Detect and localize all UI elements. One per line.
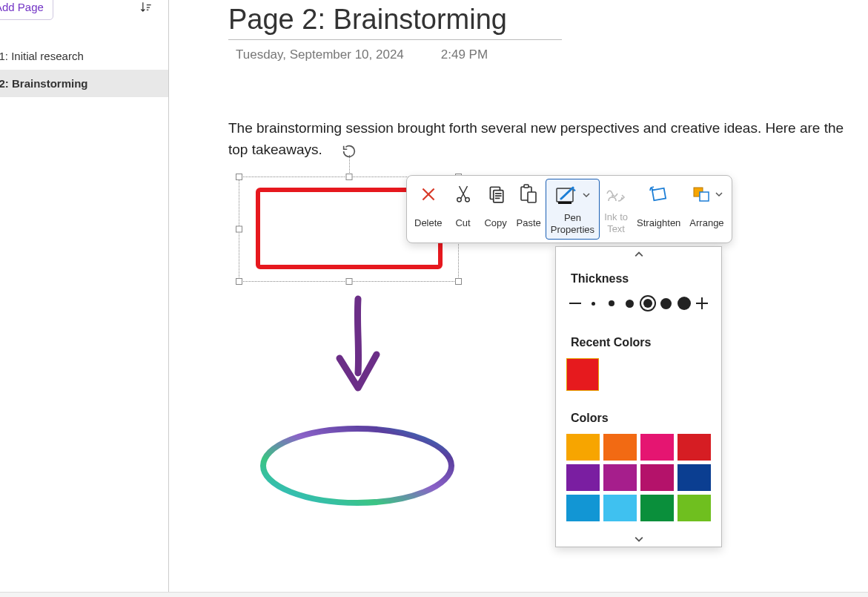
pen-properties-icon [555, 184, 590, 206]
straighten-icon [648, 183, 670, 205]
color-swatch-11[interactable] [677, 495, 711, 521]
color-swatch-3[interactable] [677, 434, 711, 461]
thickness-option-4-selected[interactable] [639, 294, 657, 312]
panel-collapse-top-button[interactable] [556, 247, 721, 262]
sidebar-item-label: e 1: Initial research [0, 50, 84, 62]
thickness-option-3[interactable] [620, 294, 638, 312]
svg-point-0 [263, 429, 451, 503]
color-swatch-6[interactable] [640, 464, 674, 491]
svg-point-1 [457, 198, 461, 202]
cut-icon [455, 183, 471, 205]
svg-rect-9 [558, 202, 572, 204]
panel-expand-bottom-button[interactable] [556, 532, 721, 547]
page-time[interactable]: 2:49 PM [441, 47, 488, 62]
paste-label: Paste [517, 211, 541, 235]
color-swatch-0[interactable] [566, 434, 600, 461]
arrange-icon [691, 183, 723, 205]
cut-label: Cut [455, 211, 470, 235]
delete-icon [419, 183, 438, 205]
svg-rect-12 [700, 192, 709, 201]
delete-button[interactable]: Delete [410, 179, 447, 240]
thickness-section-title: Thickness [556, 262, 721, 294]
status-bar [0, 592, 868, 597]
chevron-down-icon [583, 191, 590, 199]
recent-color-swatch-0[interactable] [566, 358, 599, 391]
delete-label: Delete [414, 211, 443, 235]
add-page-button[interactable]: Add Page [0, 0, 53, 20]
ink-to-text-icon [605, 183, 627, 205]
note-body-text[interactable]: The brainstorming session brought forth … [228, 118, 866, 160]
page-title[interactable]: Page 2: Brainstorming [228, 4, 562, 40]
thickness-increase-button[interactable] [693, 294, 711, 312]
ink-arrow-shape[interactable] [328, 295, 388, 402]
color-swatch-10[interactable] [640, 495, 674, 521]
page-list: e 1: Initial research e 2: Brainstorming [0, 42, 168, 97]
recent-colors-section-title: Recent Colors [556, 326, 721, 358]
straighten-label: Straighten [637, 211, 680, 235]
color-swatch-7[interactable] [677, 464, 711, 491]
color-swatch-5[interactable] [603, 464, 637, 491]
thickness-row [556, 294, 721, 326]
copy-button[interactable]: Copy [480, 179, 512, 240]
color-swatch-8[interactable] [566, 495, 600, 521]
ink-to-text-label: Ink to Text [604, 211, 628, 235]
add-page-label: Add Page [0, 1, 44, 13]
color-swatch-2[interactable] [640, 434, 674, 461]
thickness-option-1[interactable] [584, 294, 602, 312]
paste-icon [519, 183, 538, 205]
svg-point-2 [465, 198, 469, 202]
ink-to-text-button: Ink to Text [600, 179, 632, 240]
thickness-option-6[interactable] [675, 294, 693, 312]
chevron-down-icon [715, 191, 723, 198]
cut-button[interactable]: Cut [447, 179, 480, 240]
arrange-button[interactable]: Arrange [685, 179, 728, 240]
sidebar: Add Page e 1: Initial research e 2: Brai… [0, 0, 169, 597]
colors-grid [556, 434, 721, 532]
sidebar-item-label: e 2: Brainstorming [0, 77, 88, 90]
color-swatch-4[interactable] [566, 464, 600, 491]
color-swatch-9[interactable] [603, 495, 637, 521]
svg-rect-10 [652, 188, 666, 201]
page-date[interactable]: Tuesday, September 10, 2024 [236, 47, 404, 62]
ink-ellipse-shape[interactable] [256, 421, 460, 513]
thickness-option-2[interactable] [603, 294, 620, 312]
color-swatch-1[interactable] [603, 434, 637, 461]
sidebar-item-page-1[interactable]: e 1: Initial research [0, 42, 168, 70]
copy-label: Copy [484, 211, 506, 235]
page-meta: Tuesday, September 10, 2024 2:49 PM [236, 47, 868, 62]
svg-rect-7 [528, 192, 536, 202]
colors-section-title: Colors [556, 401, 721, 434]
sort-pages-icon[interactable] [139, 0, 153, 15]
svg-rect-6 [524, 185, 529, 188]
pen-properties-button[interactable]: Pen Properties [546, 179, 600, 240]
thickness-decrease-button[interactable] [566, 294, 584, 312]
sidebar-item-page-2[interactable]: e 2: Brainstorming [0, 70, 168, 97]
pen-properties-panel: Thickness Recent Colors Colors [555, 246, 722, 547]
straighten-button[interactable]: Straighten [632, 179, 685, 240]
paste-button[interactable]: Paste [512, 179, 546, 240]
copy-icon [486, 183, 506, 205]
selection-context-toolbar: Delete Cut Copy Paste [406, 175, 732, 243]
arrange-label: Arrange [689, 211, 723, 235]
thickness-option-5[interactable] [657, 294, 675, 312]
pen-properties-label: Pen Properties [551, 212, 594, 236]
